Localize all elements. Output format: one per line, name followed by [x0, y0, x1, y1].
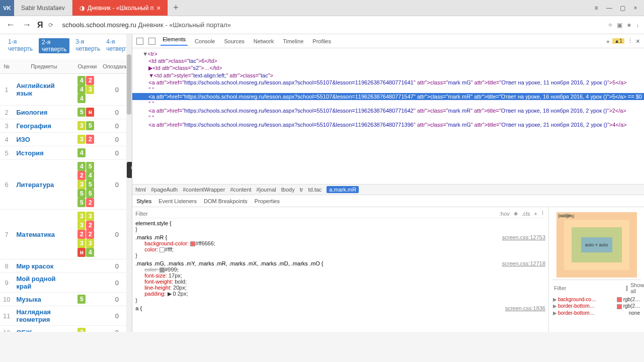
mark-badge[interactable]: 3	[77, 239, 86, 248]
mark-badge[interactable]: 3	[77, 180, 86, 189]
tab-profiles[interactable]: Profiles	[310, 38, 333, 44]
warning-badge[interactable]: ▲1	[612, 38, 624, 44]
mark-badge[interactable]: 2	[86, 198, 94, 207]
mark-badge[interactable]: 5	[77, 108, 86, 117]
subject-link[interactable]: Наглядная геометрия	[13, 306, 74, 326]
pin-icon[interactable]: ◈	[514, 210, 518, 217]
mark-badge[interactable]: 4	[86, 171, 94, 180]
tab-active[interactable]: ◑ Дневник - «Школьный п ×	[72, 0, 169, 16]
shield-icon[interactable]: ▣	[617, 22, 622, 29]
styles-filter-input[interactable]	[135, 211, 495, 217]
mark-badge[interactable]: н	[86, 108, 94, 117]
mark-badge[interactable]: 5	[77, 189, 86, 198]
forward-button[interactable]: →	[21, 20, 32, 30]
download-icon[interactable]: ↓	[636, 22, 639, 29]
show-all-checkbox[interactable]	[626, 286, 627, 291]
computed-filter-input[interactable]	[554, 285, 623, 291]
subject-link[interactable]: Мир красок	[13, 259, 74, 273]
mark-badge[interactable]: 5	[77, 295, 86, 304]
quarter-1[interactable]: 1-я четверть	[8, 38, 33, 53]
mark-badge[interactable]: 2	[77, 230, 86, 239]
tab-inactive[interactable]: Sabir Mustafaev	[14, 0, 72, 16]
new-tab-button[interactable]: +	[168, 0, 183, 16]
tab-timeline[interactable]: Timeline	[281, 38, 305, 44]
breadcrumb-item[interactable]: td.tac	[308, 187, 321, 193]
chevron-icon[interactable]: »	[606, 38, 609, 44]
minimize-icon[interactable]: —	[605, 4, 614, 13]
mark-badge[interactable]: 2	[86, 135, 94, 144]
star-icon[interactable]: ★	[626, 22, 632, 29]
devtools-close-icon[interactable]: ×	[636, 37, 640, 45]
tab-elements[interactable]: Elements	[160, 36, 188, 46]
tab-network[interactable]: Network	[252, 38, 276, 44]
mark-badge[interactable]: 4	[86, 248, 94, 257]
subject-link[interactable]: ОБЖ	[13, 326, 74, 332]
tab-styles[interactable]: Styles	[136, 198, 151, 204]
mark-badge[interactable]: 4	[77, 148, 86, 157]
url-field[interactable]: schools.school.mosreg.ru Дневник - «Школ…	[62, 21, 603, 29]
subject-link[interactable]: История	[13, 146, 74, 160]
mark-badge[interactable]: 3	[77, 328, 86, 332]
back-button[interactable]: ←	[5, 20, 16, 30]
tab-dom-breakpoints[interactable]: DOM Breakpoints	[204, 198, 248, 204]
mark-badge[interactable]: 2	[86, 76, 94, 85]
tab-sources[interactable]: Sources	[222, 38, 246, 44]
mark-badge[interactable]: 4	[77, 162, 86, 171]
mark-badge[interactable]: н	[77, 248, 86, 257]
subject-link[interactable]: География	[13, 119, 74, 133]
add-rule-icon[interactable]: +	[534, 211, 537, 217]
close-window-icon[interactable]: ×	[631, 4, 640, 13]
mark-badge[interactable]: 3	[77, 212, 86, 221]
breadcrumb-item[interactable]: a.mark.mR	[327, 186, 359, 193]
mark-badge[interactable]: 5	[86, 121, 94, 130]
mark-badge[interactable]: 5	[86, 162, 94, 171]
subject-link[interactable]: Математика	[13, 210, 74, 259]
dom-tree[interactable]: ▼<tr><td attr">class="tac">6</td>▶<td at…	[132, 48, 644, 184]
reload-icon[interactable]: ⟳	[48, 22, 57, 29]
subject-link[interactable]: Музыка	[13, 293, 74, 306]
breadcrumb-item[interactable]: #content	[230, 187, 251, 193]
mark-badge[interactable]: 5	[77, 198, 86, 207]
subject-link[interactable]: Биология	[13, 106, 74, 119]
mark-badge[interactable]: 4	[77, 76, 86, 85]
subject-link[interactable]: ИЗО	[13, 133, 74, 146]
mark-badge[interactable]: 4	[77, 85, 86, 94]
tab-event-listeners[interactable]: Event Listeners	[158, 198, 197, 204]
maximize-icon[interactable]: ▢	[618, 4, 627, 13]
breadcrumb-item[interactable]: tbody	[281, 187, 295, 193]
vk-icon[interactable]: VK	[0, 0, 14, 16]
box-model[interactable]: margin border padding auto × auto	[556, 212, 637, 278]
mark-badge[interactable]: 5	[86, 189, 94, 198]
mark-badge[interactable]: 2	[86, 230, 94, 239]
yandex-logo[interactable]: Я	[37, 21, 43, 30]
mark-badge[interactable]: 3	[86, 85, 94, 94]
tab-console[interactable]: Console	[193, 38, 217, 44]
mark-badge[interactable]: 3	[86, 212, 94, 221]
mark-badge[interactable]: 3	[77, 121, 86, 130]
more-icon[interactable]: ⠇	[541, 210, 545, 217]
breadcrumb-item[interactable]: tr	[300, 187, 303, 193]
breadcrumb-item[interactable]: #pageAuth	[151, 187, 178, 193]
devtools-menu-icon[interactable]: ⋮	[627, 38, 633, 44]
mark-badge[interactable]: 2	[77, 171, 86, 180]
menu-icon[interactable]: ≡	[592, 4, 601, 13]
quarter-3[interactable]: 3-я четверть	[75, 38, 100, 53]
mark-badge[interactable]: 3	[86, 239, 94, 248]
cls-toggle[interactable]: .cls	[522, 211, 530, 217]
subject-link[interactable]: Английский язык	[13, 74, 74, 106]
tab-properties[interactable]: Properties	[255, 198, 280, 204]
page-scrollbar[interactable]	[126, 34, 132, 332]
breadcrumb-item[interactable]: #contentWrapper	[183, 187, 225, 193]
hov-toggle[interactable]: :hov	[499, 211, 510, 217]
mark-badge[interactable]: 5	[86, 180, 94, 189]
mark-badge[interactable]: 2	[86, 221, 94, 230]
breadcrumb-item[interactable]: #journal	[257, 187, 276, 193]
mark-badge[interactable]: 3	[77, 221, 86, 230]
subject-link[interactable]: Мой родной край	[13, 273, 74, 293]
inspect-icon[interactable]	[136, 38, 143, 45]
breadcrumb-item[interactable]: html	[135, 187, 146, 193]
device-icon[interactable]	[148, 38, 155, 45]
paper-plane-icon[interactable]: ✧	[608, 22, 613, 29]
subject-link[interactable]: Литература	[13, 160, 74, 210]
mark-badge[interactable]: 4	[77, 94, 86, 103]
